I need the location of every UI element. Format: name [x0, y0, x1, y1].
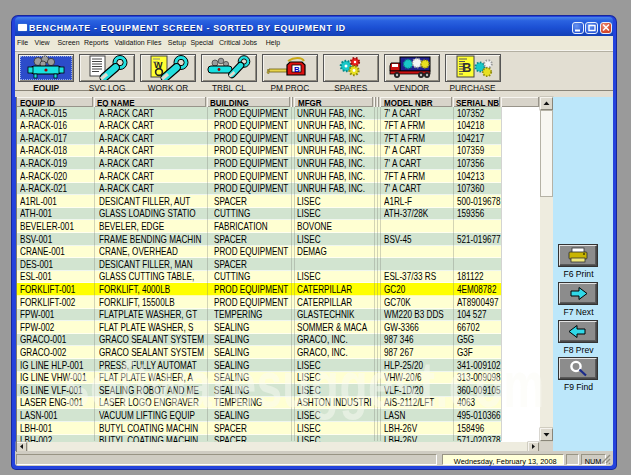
- svg-text:B: B: [462, 60, 471, 75]
- svg-text:B: B: [294, 65, 300, 74]
